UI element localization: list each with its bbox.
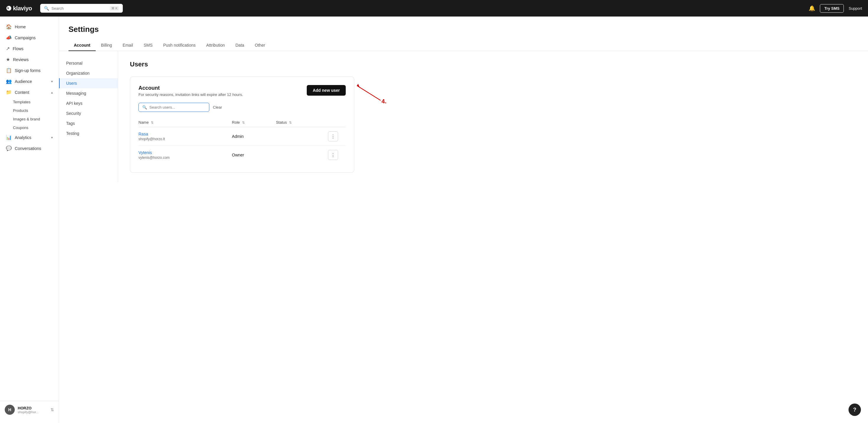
tab-push-notifications[interactable]: Push notifications [158,40,201,51]
settings-nav-api-keys[interactable]: API keys [59,98,118,108]
sidebar-item-signup-forms[interactable]: 📋 Sign-up forms [0,65,59,76]
user-name-rasa[interactable]: Rasa [138,132,228,136]
conversations-icon: 💬 [6,145,12,151]
sort-icon-name[interactable]: ⇅ [151,121,154,125]
tab-sms[interactable]: SMS [138,40,158,51]
sort-icon-status[interactable]: ⇅ [289,121,292,125]
org-info: HORZO shopify@hor... [18,406,48,414]
user-name-cell: Vytenis vytenis@horzo.com [138,146,232,164]
sidebar-item-flows[interactable]: ↗ Flows [0,43,59,54]
sidebar-subitem-images-brand[interactable]: Images & brand [0,115,59,123]
audience-icon: 👥 [6,78,12,84]
org-name: HORZO [18,406,48,410]
sidebar-subitem-templates[interactable]: Templates [0,98,59,106]
users-card-header: Account For security reasons, invitation… [138,85,346,97]
user-name-vytenis[interactable]: Vytenis [138,150,228,155]
sidebar: 🏠 Home 📣 Campaigns ↗ Flows ★ Reviews 📋 S… [0,17,59,423]
tab-attribution[interactable]: Attribution [201,40,230,51]
tab-other[interactable]: Other [249,40,271,51]
settings-nav-security[interactable]: Security [59,108,118,118]
settings-nav-tags[interactable]: Tags [59,118,118,128]
sidebar-item-label: Conversations [15,146,41,151]
users-card-title: Account [138,85,243,91]
users-card-info: Account For security reasons, invitation… [138,85,243,97]
settings-nav-organization[interactable]: Organization [59,68,118,78]
topnav-actions: 🔔 Try SMS Support [809,4,862,13]
sidebar-item-content[interactable]: 📁 Content ▴ [0,87,59,98]
annotation-number: 4. [381,98,386,105]
sidebar-item-reviews[interactable]: ★ Reviews [0,54,59,65]
sidebar-item-label: Reviews [13,57,29,62]
reviews-icon: ★ [6,57,10,62]
tab-data[interactable]: Data [230,40,250,51]
users-table: Name ⇅ Role ⇅ Status ⇅ [138,118,346,164]
sidebar-item-label: Flows [13,46,24,51]
sidebar-subitem-products[interactable]: Products [0,106,59,115]
annotation: 4. [351,80,386,104]
user-email-rasa: shopify@horzo.lt [138,137,165,141]
user-status-vytenis [276,146,328,164]
tab-email[interactable]: Email [117,40,138,51]
chevron-expand-icon: ⇅ [51,408,54,412]
chevron-up-icon: ▴ [51,90,53,94]
user-role-rasa: Admin [232,127,276,146]
page-title: Settings [68,25,859,34]
users-card: Account For security reasons, invitation… [130,76,354,173]
home-icon: 🏠 [6,24,12,30]
tab-account[interactable]: Account [68,40,96,51]
bell-icon[interactable]: 🔔 [809,5,815,11]
users-table-header: Name ⇅ Role ⇅ Status ⇅ [138,118,346,127]
col-status: Status ⇅ [276,118,328,127]
table-row: Rasa shopify@horzo.lt Admin ⋮ [138,127,346,146]
sidebar-item-analytics[interactable]: 📊 Analytics ▾ [0,132,59,143]
help-button[interactable]: ? [848,403,861,416]
users-section-title: Users [130,61,856,68]
main-content: Settings Account Billing Email SMS Push … [59,17,868,423]
sidebar-item-audience[interactable]: 👥 Audience ▾ [0,76,59,87]
search-bar: 🔍 ⌘ K [40,4,123,13]
clear-search-button[interactable]: Clear [213,105,222,109]
user-actions-menu-vytenis[interactable]: ⋮ [328,150,338,160]
sidebar-footer[interactable]: H HORZO shopify@hor... ⇅ [0,401,59,418]
sidebar-item-home[interactable]: 🏠 Home [0,21,59,32]
settings-tabs: Account Billing Email SMS Push notificat… [68,40,859,51]
annotation-arrow [351,80,386,103]
try-sms-button[interactable]: Try SMS [820,4,844,13]
tab-billing[interactable]: Billing [96,40,117,51]
svg-marker-3 [357,84,360,88]
logo-text: klaviyo [13,5,32,12]
search-users-wrapper: 🔍 Clear [138,103,346,112]
sidebar-item-label: Sign-up forms [15,68,40,73]
logo[interactable]: k klaviyo [6,5,32,12]
settings-body: Personal Organization Users Messaging AP… [59,51,868,182]
avatar: H [5,405,15,415]
sidebar-subitem-coupons[interactable]: Coupons [0,123,59,132]
user-status-rasa [276,127,328,146]
analytics-icon: 📊 [6,135,12,140]
users-table-body: Rasa shopify@horzo.lt Admin ⋮ [138,127,346,164]
search-input[interactable] [51,6,107,11]
add-new-user-button[interactable]: Add new user [307,85,346,96]
search-users-field[interactable]: 🔍 [138,103,209,112]
campaigns-icon: 📣 [6,35,12,40]
col-role: Role ⇅ [232,118,276,127]
search-icon: 🔍 [44,6,49,11]
chevron-down-icon: ▾ [51,79,53,84]
user-role-vytenis: Owner [232,146,276,164]
user-actions-menu-rasa[interactable]: ⋮ [328,131,338,141]
search-users-input[interactable] [149,105,206,109]
sidebar-item-conversations[interactable]: 💬 Conversations [0,143,59,154]
settings-nav-messaging[interactable]: Messaging [59,88,118,98]
sidebar-item-campaigns[interactable]: 📣 Campaigns [0,32,59,43]
settings-nav-testing[interactable]: Testing [59,128,118,138]
settings-header: Settings Account Billing Email SMS Push … [59,17,868,51]
user-actions-cell: ⋮ [328,127,346,146]
org-email: shopify@hor... [18,410,48,414]
user-actions-cell: ⋮ [328,146,346,164]
support-button[interactable]: Support [848,6,862,11]
settings-nav-personal[interactable]: Personal [59,58,118,68]
content-icon: 📁 [6,90,12,95]
sort-icon-role[interactable]: ⇅ [242,121,245,125]
users-card-subtitle: For security reasons, invitation links w… [138,92,243,97]
settings-nav-users[interactable]: Users [59,78,118,88]
